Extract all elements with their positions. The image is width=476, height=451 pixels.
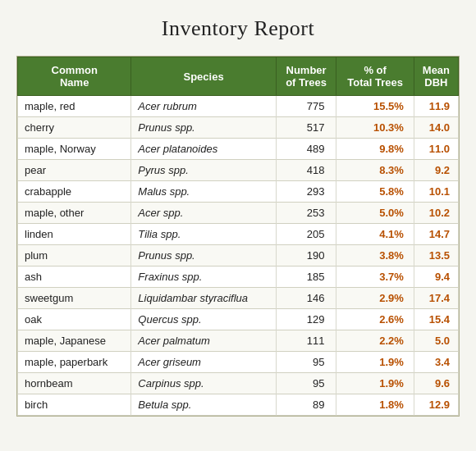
inventory-table: CommonNameSpeciesNumberof Trees% ofTotal… bbox=[17, 57, 459, 416]
table-row: maple, JapaneseAcer palmatum1112.2%5.0 bbox=[18, 330, 459, 352]
cell-num-trees: 489 bbox=[276, 139, 336, 160]
cell-pct-total: 10.3% bbox=[336, 117, 414, 139]
table-row: cherryPrunus spp.51710.3%14.0 bbox=[18, 117, 459, 139]
cell-species: Prunus spp. bbox=[131, 245, 276, 266]
cell-common-name: plum bbox=[18, 245, 131, 266]
cell-species: Tilia spp. bbox=[131, 224, 276, 245]
cell-mean-dbh: 11.0 bbox=[414, 139, 458, 160]
cell-num-trees: 418 bbox=[276, 160, 336, 181]
cell-species: Fraxinus spp. bbox=[131, 266, 276, 288]
cell-common-name: linden bbox=[18, 224, 131, 245]
cell-pct-total: 2.9% bbox=[336, 288, 414, 309]
cell-mean-dbh: 11.9 bbox=[414, 96, 458, 117]
cell-common-name: hornbeam bbox=[18, 373, 131, 394]
cell-species: Prunus spp. bbox=[131, 117, 276, 139]
cell-common-name: cherry bbox=[18, 117, 131, 139]
cell-num-trees: 293 bbox=[276, 181, 336, 203]
cell-pct-total: 2.6% bbox=[336, 309, 414, 330]
cell-mean-dbh: 13.5 bbox=[414, 245, 458, 266]
cell-mean-dbh: 10.1 bbox=[414, 181, 458, 203]
cell-pct-total: 1.8% bbox=[336, 394, 414, 416]
cell-species: Pyrus spp. bbox=[131, 160, 276, 181]
col-header-dbh: MeanDBH bbox=[414, 57, 458, 96]
cell-pct-total: 9.8% bbox=[336, 139, 414, 160]
cell-common-name: maple, paperbark bbox=[18, 352, 131, 373]
table-row: maple, NorwayAcer platanoides4899.8%11.0 bbox=[18, 139, 459, 160]
cell-common-name: maple, red bbox=[18, 96, 131, 117]
col-header-species: Species bbox=[131, 57, 276, 96]
cell-common-name: maple, other bbox=[18, 203, 131, 224]
cell-pct-total: 3.8% bbox=[336, 245, 414, 266]
table-row: sweetgumLiquidambar styraciflua1462.9%17… bbox=[18, 288, 459, 309]
cell-common-name: birch bbox=[18, 394, 131, 416]
cell-num-trees: 95 bbox=[276, 352, 336, 373]
table-row: crabappleMalus spp.2935.8%10.1 bbox=[18, 181, 459, 203]
cell-pct-total: 1.9% bbox=[336, 373, 414, 394]
cell-mean-dbh: 12.9 bbox=[414, 394, 458, 416]
report-table-container: CommonNameSpeciesNumberof Trees% ofTotal… bbox=[16, 56, 460, 417]
cell-species: Acer rubrum bbox=[131, 96, 276, 117]
cell-mean-dbh: 17.4 bbox=[414, 288, 458, 309]
cell-pct-total: 8.3% bbox=[336, 160, 414, 181]
cell-num-trees: 146 bbox=[276, 288, 336, 309]
table-row: lindenTilia spp.2054.1%14.7 bbox=[18, 224, 459, 245]
table-row: plumPrunus spp.1903.8%13.5 bbox=[18, 245, 459, 266]
table-row: hornbeamCarpinus spp.951.9%9.6 bbox=[18, 373, 459, 394]
cell-common-name: maple, Norway bbox=[18, 139, 131, 160]
cell-num-trees: 185 bbox=[276, 266, 336, 288]
cell-mean-dbh: 10.2 bbox=[414, 203, 458, 224]
cell-pct-total: 2.2% bbox=[336, 330, 414, 352]
cell-num-trees: 517 bbox=[276, 117, 336, 139]
cell-mean-dbh: 9.2 bbox=[414, 160, 458, 181]
cell-mean-dbh: 9.6 bbox=[414, 373, 458, 394]
page-title: Inventory Report bbox=[16, 16, 460, 41]
table-row: maple, otherAcer spp.2535.0%10.2 bbox=[18, 203, 459, 224]
cell-pct-total: 5.8% bbox=[336, 181, 414, 203]
cell-common-name: crabapple bbox=[18, 181, 131, 203]
table-row: ashFraxinus spp.1853.7%9.4 bbox=[18, 266, 459, 288]
cell-mean-dbh: 3.4 bbox=[414, 352, 458, 373]
cell-pct-total: 5.0% bbox=[336, 203, 414, 224]
cell-species: Acer griseum bbox=[131, 352, 276, 373]
cell-num-trees: 95 bbox=[276, 373, 336, 394]
cell-species: Quercus spp. bbox=[131, 309, 276, 330]
cell-species: Malus spp. bbox=[131, 181, 276, 203]
col-header-pct: % ofTotal Trees bbox=[336, 57, 414, 96]
cell-species: Acer palmatum bbox=[131, 330, 276, 352]
col-header-num: Numberof Trees bbox=[276, 57, 336, 96]
cell-num-trees: 89 bbox=[276, 394, 336, 416]
col-header-name: CommonName bbox=[18, 57, 131, 96]
cell-pct-total: 1.9% bbox=[336, 352, 414, 373]
table-row: maple, redAcer rubrum77515.5%11.9 bbox=[18, 96, 459, 117]
cell-pct-total: 3.7% bbox=[336, 266, 414, 288]
table-row: pearPyrus spp.4188.3%9.2 bbox=[18, 160, 459, 181]
cell-species: Acer platanoides bbox=[131, 139, 276, 160]
cell-common-name: oak bbox=[18, 309, 131, 330]
cell-species: Carpinus spp. bbox=[131, 373, 276, 394]
cell-common-name: ash bbox=[18, 266, 131, 288]
cell-num-trees: 205 bbox=[276, 224, 336, 245]
cell-num-trees: 253 bbox=[276, 203, 336, 224]
cell-common-name: sweetgum bbox=[18, 288, 131, 309]
cell-num-trees: 111 bbox=[276, 330, 336, 352]
cell-num-trees: 775 bbox=[276, 96, 336, 117]
cell-num-trees: 190 bbox=[276, 245, 336, 266]
cell-species: Liquidambar styraciflua bbox=[131, 288, 276, 309]
cell-common-name: pear bbox=[18, 160, 131, 181]
cell-pct-total: 15.5% bbox=[336, 96, 414, 117]
cell-mean-dbh: 14.7 bbox=[414, 224, 458, 245]
cell-pct-total: 4.1% bbox=[336, 224, 414, 245]
cell-num-trees: 129 bbox=[276, 309, 336, 330]
table-row: birchBetula spp.891.8%12.9 bbox=[18, 394, 459, 416]
cell-mean-dbh: 9.4 bbox=[414, 266, 458, 288]
table-row: oakQuercus spp.1292.6%15.4 bbox=[18, 309, 459, 330]
cell-mean-dbh: 15.4 bbox=[414, 309, 458, 330]
cell-species: Acer spp. bbox=[131, 203, 276, 224]
table-row: maple, paperbarkAcer griseum951.9%3.4 bbox=[18, 352, 459, 373]
cell-mean-dbh: 5.0 bbox=[414, 330, 458, 352]
cell-common-name: maple, Japanese bbox=[18, 330, 131, 352]
cell-mean-dbh: 14.0 bbox=[414, 117, 458, 139]
cell-species: Betula spp. bbox=[131, 394, 276, 416]
